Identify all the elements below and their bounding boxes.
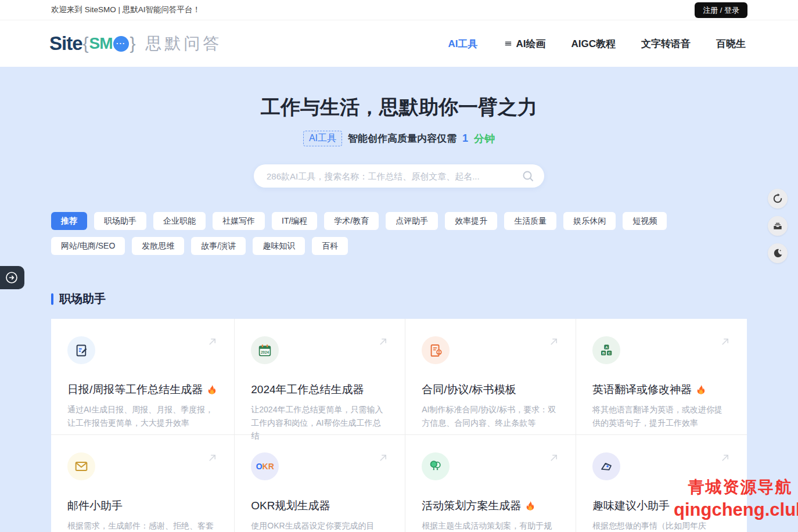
balloons-icon (422, 452, 450, 480)
tool-card-title: 英语翻译或修改神器 (592, 382, 692, 397)
section-header: 职场助手 (51, 291, 798, 307)
fire-icon (523, 500, 536, 512)
suggestion-icon (592, 452, 620, 480)
category-chip-11[interactable]: 网站/电商/SEO (51, 237, 125, 255)
section-accent-bar (51, 293, 53, 305)
hero-subtitle: AI工具 智能创作高质量内容仅需 1 分钟 (0, 131, 798, 146)
contract-icon (422, 336, 450, 364)
refresh-icon[interactable] (768, 189, 788, 209)
tool-card-description: 根据需求，生成邮件：感谢、拒绝、客套话。提高工作效率，避免出错 (67, 519, 218, 532)
category-chip-12[interactable]: 发散思维 (132, 237, 184, 255)
tool-card-description: 根据您想做的事情（比如周年庆祝），提供难忘、有趣、独特的活动和建议 (592, 519, 731, 532)
register-login-button[interactable]: 注册 / 登录 (695, 2, 747, 18)
tool-card-0[interactable]: 日报/周报等工作总结生成器通过AI生成日报、周报、月报、季度报，让工作报告更简单… (51, 319, 235, 435)
nav-item-3[interactable]: 文字转语音 (641, 37, 691, 51)
tool-card-7[interactable]: 趣味建议小助手根据您想做的事情（比如周年庆祝），提供难忘、有趣、独特的活动和建议 (576, 435, 747, 532)
tool-card-title: 2024年工作总结生成器 (251, 382, 364, 397)
svg-text:A: A (605, 346, 608, 349)
open-arrow-icon[interactable] (719, 451, 732, 464)
tool-card-grid: 日报/周报等工作总结生成器通过AI生成日报、周报、月报、季度报，让工作报告更简单… (51, 319, 747, 532)
floating-toolbar (768, 189, 788, 263)
tool-card-description: 通过AI生成日报、周报、月报、季度报，让工作报告更简单，大大提升效率 (67, 403, 218, 429)
hero-subtitle-text: 智能创作高质量内容仅需 (348, 132, 456, 145)
open-arrow-icon[interactable] (548, 335, 560, 348)
category-chip-2[interactable]: 企业职能 (153, 212, 206, 230)
nav-item-label: 文字转语音 (641, 37, 691, 51)
hamburger-icon (504, 39, 513, 48)
nav-item-2[interactable]: AIGC教程 (571, 37, 616, 51)
category-chip-15[interactable]: 百科 (312, 237, 348, 255)
svg-text:B: B (602, 351, 605, 355)
okr-icon: OKR (251, 452, 279, 480)
logo-chinese-name: 思默问答 (146, 33, 222, 55)
category-chip-9[interactable]: 娱乐休闲 (563, 212, 616, 230)
category-chip-5[interactable]: 学术/教育 (324, 212, 379, 230)
open-arrow-icon[interactable] (206, 451, 219, 464)
hero-badge: AI工具 (303, 131, 342, 146)
category-chip-8[interactable]: 生活质量 (504, 212, 556, 230)
search-icon[interactable] (521, 169, 535, 183)
tool-card-title: 日报/周报等工作总结生成器 (67, 382, 203, 397)
open-arrow-icon[interactable] (377, 451, 390, 464)
search-bar (254, 164, 544, 188)
tool-card-3[interactable]: ABC英语翻译或修改神器将其他语言翻译为英语，或改进你提供的英语句子，提升工作效… (576, 319, 747, 435)
edit-doc-icon (67, 336, 95, 364)
main-nav: AI工具AI绘画AIGC教程文字转语音百晓生 (448, 37, 746, 51)
open-arrow-icon[interactable] (206, 335, 219, 348)
nav-item-1[interactable]: AI绘画 (504, 37, 546, 51)
tool-card-description: AI制作标准合同/协议/标书，要求：双方信息、合同内容、终止条款等 (422, 403, 559, 429)
tool-card-description: 将其他语言翻译为英语，或改进你提供的英语句子，提升工作效率 (592, 403, 731, 429)
nav-item-0[interactable]: AI工具 (448, 37, 478, 51)
fire-icon (694, 384, 707, 396)
open-arrow-icon[interactable] (377, 335, 390, 348)
inbox-icon[interactable] (768, 216, 788, 236)
logo-sm-text: SM (89, 34, 113, 53)
fire-icon (205, 384, 218, 396)
moon-icon[interactable] (768, 243, 788, 263)
envelope-icon (67, 452, 95, 480)
tool-card-title: 活动策划方案生成器 (422, 498, 521, 513)
logo-brace-open: { (83, 34, 89, 53)
svg-text:2024: 2024 (261, 350, 269, 354)
hero-highlight-unit: 分钟 (474, 132, 495, 146)
tool-card-4[interactable]: 邮件小助手根据需求，生成邮件：感谢、拒绝、客套话。提高工作效率，避免出错 (51, 435, 235, 532)
tool-card-description: 使用OKR生成器设定你要完成的目标，让AI为你生成完整的OKR规划 (251, 519, 389, 532)
tool-card-description: 根据主题生成活动策划案，有助于规划活动流程和内容，提高活动的效果 (422, 519, 559, 532)
tool-card-6[interactable]: 活动策划方案生成器根据主题生成活动策划案，有助于规划活动流程和内容，提高活动的效… (405, 435, 576, 532)
hero-title: 工作与生活，思默助你一臂之力 (0, 67, 798, 121)
logo-bubble-icon: ··· (113, 36, 129, 52)
logo-site-text: Site (49, 33, 82, 55)
tool-card-1[interactable]: 20242024年工作总结生成器让2024年工作总结更简单，只需输入工作内容和岗… (235, 319, 405, 435)
tool-card-title: 邮件小助手 (67, 498, 123, 513)
hero-highlight-number: 1 (462, 132, 468, 145)
open-arrow-icon[interactable] (719, 335, 732, 348)
tool-card-2[interactable]: 合同/协议/标书模板AI制作标准合同/协议/标书，要求：双方信息、合同内容、终止… (405, 319, 576, 435)
abc-blocks-icon: ABC (592, 336, 620, 364)
category-chip-1[interactable]: 职场助手 (94, 212, 146, 230)
category-chip-4[interactable]: IT/编程 (272, 212, 317, 230)
category-chip-14[interactable]: 趣味知识 (253, 237, 305, 255)
logo-brace-close: } (130, 34, 136, 53)
category-chip-3[interactable]: 社媒写作 (213, 212, 265, 230)
category-chip-7[interactable]: 效率提升 (445, 212, 497, 230)
tool-card-title: 合同/协议/标书模板 (422, 382, 516, 397)
tool-card-title: 趣味建议小助手 (592, 498, 670, 513)
category-chip-0[interactable]: 推荐 (51, 212, 87, 230)
category-chip-6[interactable]: 点评助手 (386, 212, 438, 230)
svg-text:C: C (608, 351, 611, 355)
welcome-text: 欢迎来到 SiteSMO | 思默AI智能问答平台！ (51, 5, 200, 15)
logo[interactable]: Site { SM ··· } 思默问答 (49, 33, 222, 55)
announcement-bar: 欢迎来到 SiteSMO | 思默AI智能问答平台！ 注册 / 登录 (0, 0, 798, 20)
nav-item-label: 百晓生 (716, 37, 746, 51)
arrow-right-circle-icon (5, 271, 19, 285)
calendar-2024-icon: 2024 (251, 336, 279, 364)
nav-item-4[interactable]: 百晓生 (716, 37, 746, 51)
sidebar-expand-tab[interactable] (0, 266, 24, 289)
category-chip-10[interactable]: 短视频 (623, 212, 667, 230)
search-input[interactable] (254, 164, 544, 188)
open-arrow-icon[interactable] (548, 451, 560, 464)
nav-item-label: AI工具 (448, 37, 478, 51)
section-title: 职场助手 (59, 291, 106, 307)
category-chip-13[interactable]: 故事/演讲 (191, 237, 246, 255)
tool-card-5[interactable]: OKROKR规划生成器使用OKR生成器设定你要完成的目标，让AI为你生成完整的O… (235, 435, 405, 532)
